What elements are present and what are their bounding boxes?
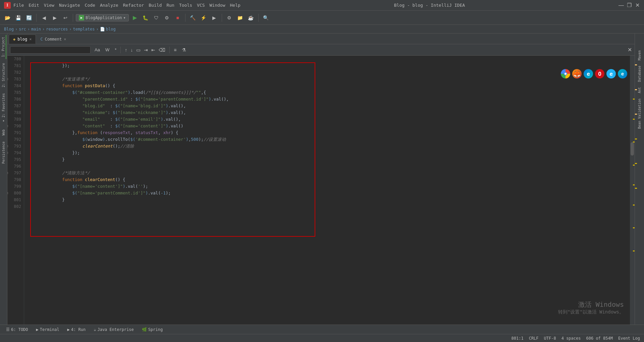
- code-content[interactable]: }); /*发送请求*/ function postData() { $("#c…: [24, 56, 630, 342]
- run-button[interactable]: ▶: [130, 13, 140, 22]
- ie-icon[interactable]: e: [606, 69, 616, 78]
- sync-button[interactable]: 🔄: [24, 13, 34, 22]
- edge-blue-icon[interactable]: e: [584, 69, 593, 78]
- close-button[interactable]: ✕: [635, 3, 640, 8]
- fold-797[interactable]: ⊟: [7, 170, 8, 176]
- menu-tools[interactable]: Tools: [179, 3, 192, 8]
- run-tab[interactable]: ▶ 4: Run: [64, 326, 89, 334]
- terminal-tab[interactable]: ▶ Terminal: [33, 326, 63, 334]
- todo-tab[interactable]: ☰ 6: TODO: [3, 326, 32, 334]
- search-input[interactable]: [10, 46, 91, 54]
- menu-file[interactable]: File: [13, 3, 24, 8]
- fold-794[interactable]: ⊟: [7, 150, 8, 156]
- menu-analyze[interactable]: Analyze: [100, 3, 118, 8]
- opera-icon[interactable]: O: [595, 69, 604, 78]
- build-project[interactable]: ⚡: [199, 13, 208, 22]
- fold-800[interactable]: ⊟: [7, 190, 8, 196]
- search-close-button[interactable]: ✕: [628, 47, 632, 53]
- menu-navigate[interactable]: Navigate: [59, 3, 80, 8]
- open-button[interactable]: 📂: [3, 13, 12, 22]
- fold-783[interactable]: ⊟: [7, 76, 8, 82]
- toolbar-separator-1: [36, 14, 37, 22]
- whole-word-button[interactable]: W: [104, 47, 111, 53]
- filter-btn-1[interactable]: ⇥: [143, 47, 149, 53]
- next-match-button[interactable]: ↓: [129, 47, 134, 53]
- menu-view[interactable]: View: [44, 3, 54, 8]
- undo-button[interactable]: ↩: [61, 13, 70, 22]
- tab-comment-close[interactable]: ×: [64, 37, 66, 42]
- maven-panel-label[interactable]: Maven: [637, 48, 642, 62]
- spring-tab[interactable]: 🌿 Spring: [139, 326, 166, 334]
- web-panel-label[interactable]: Web: [1, 127, 6, 137]
- breadcrumb-resources[interactable]: resources: [46, 27, 68, 32]
- memory[interactable]: 606 of 854M: [586, 336, 612, 341]
- prev-match-button[interactable]: ↑: [123, 47, 128, 53]
- event-log[interactable]: Event Log: [618, 336, 640, 341]
- scrollbar[interactable]: [630, 56, 635, 342]
- breadcrumb-templates[interactable]: templates: [73, 27, 95, 32]
- sdk-button[interactable]: ☕: [246, 13, 256, 22]
- indent[interactable]: 4 spaces: [561, 336, 581, 341]
- back-button[interactable]: ◀: [39, 13, 49, 22]
- database-panel-label[interactable]: Database: [637, 64, 642, 84]
- project-panel-label[interactable]: 1: Project: [1, 35, 6, 59]
- favorites-panel-label[interactable]: ★ 2: Favorites: [1, 91, 6, 125]
- forward-button[interactable]: ▶: [50, 13, 59, 22]
- run-config[interactable]: ▶ BlogApplication ▾: [76, 14, 129, 21]
- breadcrumb: Blog › src › main › resources › template…: [0, 25, 644, 34]
- run-with-coverage[interactable]: 🛡: [152, 13, 161, 22]
- tab-blog-close[interactable]: ×: [29, 37, 32, 42]
- bean-validation-panel-label[interactable]: Bean Validation: [637, 97, 642, 131]
- run-tasks[interactable]: ▶: [210, 13, 219, 22]
- fold-790[interactable]: ⊟: [7, 123, 8, 129]
- breadcrumb-main[interactable]: main: [31, 27, 41, 32]
- chrome-icon[interactable]: [561, 69, 570, 78]
- breadcrumb-src[interactable]: src: [19, 27, 26, 32]
- tab-comment[interactable]: C Comment ×: [36, 35, 70, 44]
- menu-run[interactable]: Run: [166, 3, 174, 8]
- menu-build[interactable]: Build: [149, 3, 162, 8]
- firefox-icon[interactable]: 🦊: [572, 69, 582, 78]
- ant-panel-label[interactable]: Ant: [637, 85, 642, 95]
- minimize-button[interactable]: —: [619, 3, 624, 8]
- search-everywhere[interactable]: 🔍: [261, 13, 271, 22]
- run-config-2[interactable]: ⚙: [162, 13, 172, 22]
- filter-button[interactable]: ⚗: [180, 47, 187, 53]
- match-case-button[interactable]: Aa: [93, 47, 101, 53]
- line-ending[interactable]: CRLF: [529, 336, 539, 341]
- regex-button[interactable]: *: [113, 47, 118, 53]
- menu-vcs[interactable]: VCS: [197, 3, 205, 8]
- menu-window[interactable]: Window: [210, 3, 225, 8]
- line-802: 802: [10, 203, 21, 210]
- select-all-button[interactable]: ▭: [135, 47, 142, 53]
- java-enterprise-tab[interactable]: ☕ Java Enterprise: [90, 326, 137, 334]
- line-790: ⊟790: [10, 123, 21, 129]
- structure-panel-label[interactable]: 2: Structure: [1, 61, 6, 89]
- filter-btn-2[interactable]: ⇤: [150, 47, 157, 53]
- edge-new-icon[interactable]: e: [618, 69, 627, 78]
- breadcrumb-blog-folder[interactable]: 📄 blog: [100, 27, 116, 32]
- code-line-802: [27, 203, 627, 210]
- settings-button[interactable]: ⚙: [225, 13, 234, 22]
- breadcrumb-blog[interactable]: Blog: [4, 27, 14, 32]
- tab-blog[interactable]: ◆ blog ×: [9, 35, 36, 44]
- line-800: ⊟800: [10, 190, 21, 196]
- filter-btn-3[interactable]: ⌫: [157, 47, 167, 53]
- maximize-button[interactable]: ❐: [627, 3, 632, 8]
- cursor-position[interactable]: 801:1: [512, 336, 524, 341]
- menu-code[interactable]: Code: [85, 3, 95, 8]
- menu-edit[interactable]: Edit: [29, 3, 39, 8]
- status-bar: 801:1 CRLF UTF-8 4 spaces 606 of 854M Ev…: [0, 334, 644, 342]
- search-bar: Aa W * ↑ ↓ ▭ ⇥ ⇤ ⌫ ≡ ⚗ ✕: [7, 44, 635, 56]
- debug-button[interactable]: 🐛: [141, 13, 150, 22]
- build-button[interactable]: 🔨: [188, 13, 198, 22]
- encoding[interactable]: UTF-8: [544, 336, 556, 341]
- options-button[interactable]: ≡: [172, 47, 178, 53]
- persistence-panel-label[interactable]: Persistence: [1, 139, 6, 166]
- project-structure[interactable]: 📁: [235, 13, 245, 22]
- menu-refactor[interactable]: Refactor: [123, 3, 144, 8]
- fold-793[interactable]: ⊟: [7, 143, 8, 150]
- stop-button[interactable]: ■: [173, 13, 182, 22]
- save-button[interactable]: 💾: [13, 13, 23, 22]
- menu-help[interactable]: Help: [230, 3, 240, 8]
